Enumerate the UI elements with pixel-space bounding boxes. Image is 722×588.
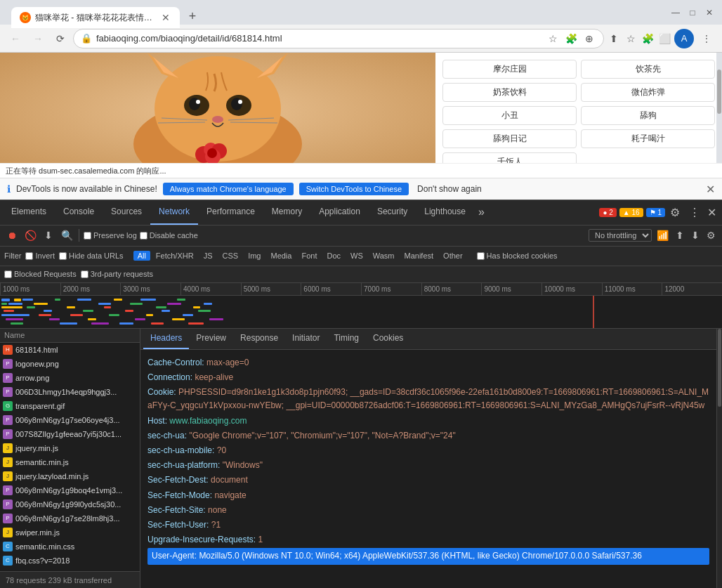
file-item-006y8mn-4[interactable]: P 006y8mN6gy1g7se28lm8hj3...	[0, 511, 140, 525]
search-button[interactable]: 🔍	[59, 228, 74, 243]
file-list-scroll[interactable]: H 681814.html P logonew.png P arrow.png	[0, 343, 140, 571]
tab-cookies[interactable]: Cookies	[366, 329, 410, 350]
page-scrollbar[interactable]	[716, 53, 722, 163]
file-item-006y8mn-2[interactable]: P 006y8mN6gy1g9boq4e1vmj3...	[0, 483, 140, 497]
devtools-close-button[interactable]: ✕	[704, 206, 719, 219]
tab-initiator[interactable]: Initiator	[285, 329, 327, 350]
dont-show-again-button[interactable]: Don't show again	[417, 184, 482, 194]
match-language-button[interactable]: Always match Chrome's language	[163, 183, 294, 195]
split-view-icon[interactable]: ⬜	[657, 32, 671, 46]
invert-checkbox[interactable]: Invert	[25, 251, 55, 260]
hide-data-urls-checkbox[interactable]: Hide data URLs	[59, 251, 124, 260]
tag-haozi[interactable]: 耗子喝汁	[581, 129, 715, 148]
tag-yinchaxian[interactable]: 饮茶先	[581, 60, 715, 79]
has-blocked-cookies-input[interactable]	[477, 252, 485, 260]
devtools-settings-button[interactable]: ⚙	[665, 202, 685, 222]
filter-media[interactable]: Media	[266, 251, 296, 261]
preserve-log-input[interactable]	[84, 232, 91, 240]
file-item-007s8z[interactable]: P 007S8ZIlgy1gfeeao7yi5j30c1...	[0, 427, 140, 441]
file-item-logonew[interactable]: P logonew.png	[0, 357, 140, 371]
tag-weixin[interactable]: 微信炸弹	[581, 83, 715, 102]
filter-all[interactable]: All	[133, 251, 150, 261]
tab-memory[interactable]: Memory	[263, 200, 310, 225]
file-item-jquery-lazy[interactable]: J jquery.lazyload.min.js	[0, 469, 140, 483]
blocked-requests-input[interactable]	[4, 270, 12, 278]
back-button[interactable]: ←	[6, 29, 25, 48]
file-item-semantic-css[interactable]: C semantic.min.css	[0, 540, 140, 554]
file-item-fbq-css[interactable]: C fbq.css?v=2018	[0, 554, 140, 568]
file-item-006y8mn-1[interactable]: P 006y8mN6gy1g7se06oye4j3...	[0, 413, 140, 427]
filter-other[interactable]: Other	[439, 251, 467, 261]
preserve-log-checkbox[interactable]: Preserve log	[84, 231, 137, 240]
star-icon[interactable]: ☆	[624, 32, 638, 46]
tab-headers[interactable]: Headers	[143, 329, 189, 350]
error-badge[interactable]: ● 2	[599, 208, 616, 217]
tab-elements[interactable]: Elements	[3, 200, 55, 225]
refresh-button[interactable]: ⟳	[51, 29, 70, 48]
tab-network[interactable]: Network	[150, 200, 198, 225]
file-item-006y8mn-3[interactable]: P 006y8mN6gy1g99l0ydc5sj30...	[0, 497, 140, 511]
minimize-button[interactable]: —	[669, 6, 683, 20]
file-item-006d3l[interactable]: P 006D3Lhmgy1h4eqp9hggj3...	[0, 385, 140, 399]
export-button[interactable]: ⬇	[689, 230, 702, 241]
share-icon[interactable]: ⬆	[607, 32, 621, 46]
tag-naicha[interactable]: 奶茶饮料	[442, 83, 577, 102]
tab-sources[interactable]: Sources	[103, 200, 150, 225]
address-bar[interactable]: 🔒 fabiaoqing.com/biaoqing/detail/id/6818…	[73, 29, 604, 48]
file-item-jquery-min[interactable]: J jquery.min.js	[0, 441, 140, 455]
headers-content[interactable]: Cache-Control: max-age=0 Connection: kee…	[140, 350, 716, 588]
filter-css[interactable]: CSS	[218, 251, 243, 261]
blocked-requests-checkbox[interactable]: Blocked Requests	[4, 270, 77, 278]
forward-button[interactable]: →	[28, 29, 48, 48]
throttling-dropdown[interactable]: No throttling	[589, 229, 652, 242]
devtools-more-button[interactable]: ⋮	[685, 202, 704, 222]
profile-actions-icon[interactable]: ⊕	[582, 32, 596, 46]
notification-close-button[interactable]: ✕	[706, 183, 715, 196]
file-item-swiper[interactable]: J swiper.min.js	[0, 525, 140, 540]
headers-scrollbar[interactable]	[716, 329, 722, 588]
chrome-menu-button[interactable]: ⋮	[697, 29, 716, 48]
tag-tiangou[interactable]: 舔狗	[581, 106, 715, 125]
puzzle-icon[interactable]: 🧩	[641, 32, 655, 46]
filter-font[interactable]: Font	[297, 251, 321, 261]
tab-security[interactable]: Security	[369, 200, 416, 225]
filter-img[interactable]: Img	[244, 251, 265, 261]
hide-data-urls-input[interactable]	[59, 252, 67, 260]
tab-timing[interactable]: Timing	[327, 329, 366, 350]
profile-button[interactable]: A	[674, 29, 694, 48]
warning-badge[interactable]: ▲ 16	[619, 208, 643, 217]
filter-ws[interactable]: WS	[346, 251, 367, 261]
filter-js[interactable]: JS	[199, 251, 217, 261]
third-party-checkbox[interactable]: 3rd-party requests	[81, 270, 153, 278]
switch-chinese-button[interactable]: Switch DevTools to Chinese	[299, 183, 409, 195]
close-button[interactable]: ✕	[702, 6, 716, 20]
invert-input[interactable]	[25, 252, 33, 260]
tab-performance[interactable]: Performance	[198, 200, 263, 225]
tab-lighthouse[interactable]: Lighthouse	[416, 200, 474, 225]
clear-button[interactable]: 🚫	[22, 228, 38, 243]
record-button[interactable]: ⏺	[4, 228, 20, 243]
extensions-icon[interactable]: 🧩	[564, 32, 578, 46]
tag-moorezhuangyuan[interactable]: 摩尔庄园	[442, 60, 577, 79]
tag-xiaochou[interactable]: 小丑	[442, 106, 577, 125]
timeline-waterfall[interactable]	[0, 296, 722, 329]
bookmark-icon[interactable]: ☆	[546, 32, 560, 46]
filter-fetch-xhr[interactable]: Fetch/XHR	[152, 251, 198, 261]
file-item-681814[interactable]: H 681814.html	[0, 343, 140, 357]
tab-preview[interactable]: Preview	[189, 329, 233, 350]
filter-toggle-button[interactable]: ⬇	[41, 228, 56, 243]
file-item-transparent[interactable]: G transparent.gif	[0, 399, 140, 413]
import-button[interactable]: ⬆	[674, 230, 686, 241]
tag-qianfanren[interactable]: 千饭人	[442, 152, 577, 163]
filter-doc[interactable]: Doc	[322, 251, 345, 261]
tag-tiangou-riji[interactable]: 舔狗日记	[442, 129, 577, 148]
disable-cache-checkbox[interactable]: Disable cache	[140, 231, 198, 240]
tab-application[interactable]: Application	[310, 200, 369, 225]
has-blocked-cookies-checkbox[interactable]: Has blocked cookies	[477, 251, 558, 260]
file-item-semantic-min[interactable]: J semantic.min.js	[0, 455, 140, 469]
toolbar-settings-button[interactable]: ⚙	[704, 230, 718, 241]
file-item-arrow[interactable]: P arrow.png	[0, 371, 140, 385]
disable-cache-input[interactable]	[140, 232, 147, 240]
third-party-input[interactable]	[81, 270, 88, 278]
tab-close-button[interactable]: ✕	[160, 12, 171, 23]
